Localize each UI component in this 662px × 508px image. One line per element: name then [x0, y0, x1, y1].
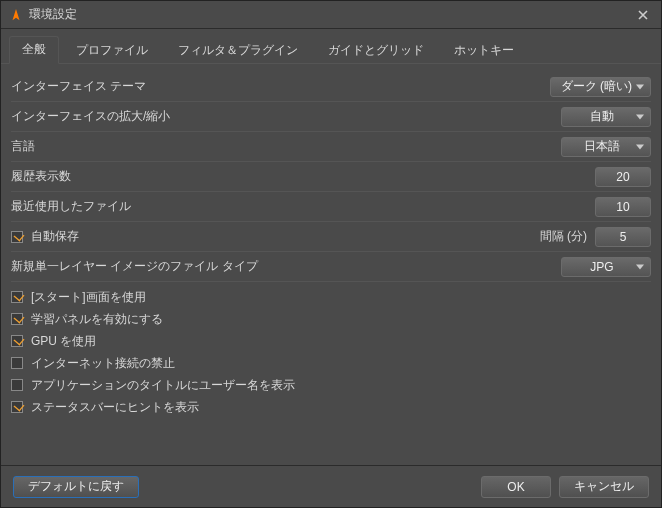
app-icon [9, 8, 23, 22]
option-label: GPU を使用 [31, 333, 96, 350]
setting-label: 新規単一レイヤー イメージのファイル タイプ [11, 258, 561, 275]
option-checkbox[interactable] [11, 313, 23, 325]
language-dropdown[interactable]: 日本語 [561, 137, 651, 157]
tab-label: フィルタ＆プラグイン [178, 43, 298, 57]
setting-label: インターフェイス テーマ [11, 78, 550, 95]
numfield-value: 20 [616, 170, 629, 184]
window-title: 環境設定 [29, 6, 633, 23]
setting-theme: インターフェイス テーマ ダーク (暗い) [11, 72, 651, 102]
option-username-in-title: アプリケーションのタイトルにユーザー名を表示 [11, 374, 651, 396]
autosave-interval-field[interactable]: 5 [595, 227, 651, 247]
options-block: [スタート]画面を使用 学習パネルを有効にする GPU を使用 インターネット接… [11, 286, 651, 418]
autosave-checkbox[interactable] [11, 231, 23, 243]
option-label: [スタート]画面を使用 [31, 289, 146, 306]
tab-profiles[interactable]: プロファイル [63, 37, 161, 64]
option-start-screen: [スタート]画面を使用 [11, 286, 651, 308]
option-checkbox[interactable] [11, 401, 23, 413]
setting-label: 自動保存 [31, 228, 540, 245]
button-label: デフォルトに戻す [28, 478, 124, 495]
option-label: ステータスバーにヒントを表示 [31, 399, 199, 416]
cancel-button[interactable]: キャンセル [559, 476, 649, 498]
titlebar: 環境設定 [1, 1, 661, 29]
option-checkbox[interactable] [11, 379, 23, 391]
scale-dropdown[interactable]: 自動 [561, 107, 651, 127]
history-field[interactable]: 20 [595, 167, 651, 187]
tab-filters[interactable]: フィルタ＆プラグイン [165, 37, 311, 64]
newlayer-dropdown[interactable]: JPG [561, 257, 651, 277]
tab-guides[interactable]: ガイドとグリッド [315, 37, 437, 64]
dropdown-value: JPG [590, 260, 613, 274]
chevron-down-icon [636, 114, 644, 119]
theme-dropdown[interactable]: ダーク (暗い) [550, 77, 651, 97]
ok-button[interactable]: OK [481, 476, 551, 498]
footer: デフォルトに戻す OK キャンセル [1, 465, 661, 507]
restore-defaults-button[interactable]: デフォルトに戻す [13, 476, 139, 498]
setting-label: 履歴表示数 [11, 168, 595, 185]
tab-label: ホットキー [454, 43, 514, 57]
setting-label: インターフェイスの拡大/縮小 [11, 108, 561, 125]
chevron-down-icon [636, 84, 644, 89]
autosave-interval-label: 間隔 (分) [540, 228, 587, 245]
option-learning-panel: 学習パネルを有効にする [11, 308, 651, 330]
setting-label: 言語 [11, 138, 561, 155]
numfield-value: 5 [620, 230, 627, 244]
dropdown-value: 日本語 [584, 138, 620, 155]
option-checkbox[interactable] [11, 291, 23, 303]
chevron-down-icon [636, 264, 644, 269]
option-gpu: GPU を使用 [11, 330, 651, 352]
option-label: 学習パネルを有効にする [31, 311, 163, 328]
option-checkbox[interactable] [11, 357, 23, 369]
setting-scale: インターフェイスの拡大/縮小 自動 [11, 102, 651, 132]
dropdown-value: 自動 [590, 108, 614, 125]
option-checkbox[interactable] [11, 335, 23, 347]
setting-label: 最近使用したファイル [11, 198, 595, 215]
setting-newlayer-type: 新規単一レイヤー イメージのファイル タイプ JPG [11, 252, 651, 282]
settings-panel: インターフェイス テーマ ダーク (暗い) インターフェイスの拡大/縮小 自動 … [1, 64, 661, 465]
close-icon[interactable] [633, 5, 653, 25]
option-label: アプリケーションのタイトルにユーザー名を表示 [31, 377, 295, 394]
recent-files-field[interactable]: 10 [595, 197, 651, 217]
chevron-down-icon [636, 144, 644, 149]
setting-autosave: 自動保存 間隔 (分) 5 [11, 222, 651, 252]
option-label: インターネット接続の禁止 [31, 355, 175, 372]
button-label: キャンセル [574, 478, 634, 495]
option-statusbar-hints: ステータスバーにヒントを表示 [11, 396, 651, 418]
button-label: OK [507, 480, 524, 494]
tab-hotkeys[interactable]: ホットキー [441, 37, 527, 64]
setting-recent-files: 最近使用したファイル 10 [11, 192, 651, 222]
tab-label: 全般 [22, 42, 46, 56]
tab-label: プロファイル [76, 43, 148, 57]
numfield-value: 10 [616, 200, 629, 214]
tabs: 全般 プロファイル フィルタ＆プラグイン ガイドとグリッド ホットキー [1, 29, 661, 64]
dropdown-value: ダーク (暗い) [561, 78, 632, 95]
tab-label: ガイドとグリッド [328, 43, 424, 57]
option-no-internet: インターネット接続の禁止 [11, 352, 651, 374]
tab-general[interactable]: 全般 [9, 36, 59, 64]
setting-language: 言語 日本語 [11, 132, 651, 162]
setting-history: 履歴表示数 20 [11, 162, 651, 192]
